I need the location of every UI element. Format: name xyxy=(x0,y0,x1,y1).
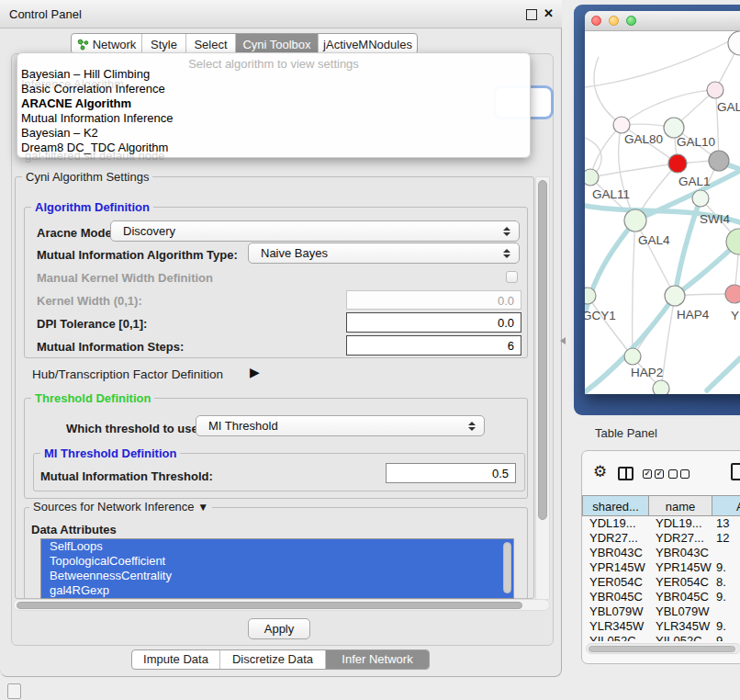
cell: YIL052C xyxy=(589,634,636,641)
manual-kernel-width-checkbox[interactable] xyxy=(506,271,518,283)
attribute-item[interactable]: TopologicalCoefficient xyxy=(41,554,513,569)
file-icon[interactable] xyxy=(731,463,740,480)
tab-select[interactable]: Select xyxy=(185,34,235,54)
node[interactable] xyxy=(624,348,641,365)
cyni-settings-group-label: Cyni Algorithm Settings xyxy=(22,171,152,183)
tab-cyni-toolbox[interactable]: Cyni Toolbox xyxy=(235,34,318,54)
network-canvas[interactable]: GAL GAL80 GAL10 GAL1 GAL11 SWI4 GAL4 HAP… xyxy=(585,31,740,394)
node[interactable] xyxy=(624,209,646,231)
algorithm-dropdown-popup: Inference Algorithm gal-filtered.sif def… xyxy=(17,52,531,158)
attribute-item[interactable]: BetweennessCentrality xyxy=(41,569,513,583)
menu-item[interactable]: Mutual Information Inference xyxy=(21,111,173,126)
cell: 9. xyxy=(716,590,726,604)
tab-label: Style xyxy=(151,35,177,54)
mi-steps-field[interactable]: 6 xyxy=(346,335,521,356)
control-panel-titlebar[interactable]: Control Panel ✕ xyxy=(0,0,562,28)
attribute-item[interactable]: SelfLoops xyxy=(41,539,513,554)
settings-hscrollbar-track[interactable] xyxy=(13,599,550,611)
node[interactable] xyxy=(707,82,723,98)
table-hscrollbar-track[interactable] xyxy=(586,643,740,654)
node[interactable] xyxy=(728,31,740,55)
sources-group-label: Sources for Network Inference ▼ xyxy=(29,501,212,514)
mi-algorithm-type-value: Naive Bayes xyxy=(249,246,503,260)
minimized-window-icon[interactable] xyxy=(7,683,21,699)
which-threshold-label: Which threshold to use: xyxy=(66,422,202,435)
node[interactable] xyxy=(692,190,709,207)
ghost-text: Inference Algorithm xyxy=(21,77,124,91)
column-header-name[interactable]: name xyxy=(649,495,712,516)
split-columns-icon[interactable] xyxy=(618,467,633,480)
node[interactable] xyxy=(585,288,596,304)
cell: YLR345W xyxy=(589,619,644,634)
network-graph: GAL GAL80 GAL10 GAL1 GAL11 SWI4 GAL4 HAP… xyxy=(585,31,740,394)
data-attributes-list[interactable]: SelfLoops TopologicalCoefficient Between… xyxy=(40,538,514,599)
cell: YDL19... xyxy=(656,516,702,531)
settings-hscrollbar-thumb[interactable] xyxy=(17,602,522,609)
hub-expand-arrow-icon[interactable]: ▶ xyxy=(250,365,260,379)
network-window-titlebar[interactable] xyxy=(585,11,740,31)
deselect-all-icon[interactable] xyxy=(668,469,690,479)
node[interactable] xyxy=(709,151,729,171)
float-window-icon[interactable] xyxy=(526,9,537,20)
node[interactable] xyxy=(613,117,630,133)
table-panel-window: ⚙ ✓✓ shared... name A YDL19...YDL19...13… xyxy=(581,450,740,664)
cell: YPR145W xyxy=(589,560,645,575)
close-traffic-light[interactable] xyxy=(591,16,601,26)
combo-arrows-icon xyxy=(503,249,510,258)
cell: 9. xyxy=(716,619,726,634)
menu-item[interactable]: Bayesian – K2 xyxy=(21,126,98,141)
node-label: GAL4 xyxy=(638,233,670,247)
node[interactable] xyxy=(585,169,599,186)
tab-style[interactable]: Style xyxy=(141,34,185,54)
tab-discretize-data[interactable]: Discretize Data xyxy=(219,650,325,670)
cell: YBR043C xyxy=(589,546,643,560)
kernel-width-label: Kernel Width (0,1): xyxy=(37,294,142,308)
settings-vscrollbar-track[interactable] xyxy=(535,176,550,600)
menu-item-selected[interactable]: ARACNE Algorithm xyxy=(21,96,131,111)
aracne-mode-select[interactable]: Discovery xyxy=(110,220,520,242)
network-view-window[interactable]: GAL GAL80 GAL10 GAL1 GAL11 SWI4 GAL4 HAP… xyxy=(585,11,740,394)
cell: YDR27... xyxy=(589,531,638,546)
table-rows-viewport[interactable]: YDL19...YDL19...13 YDR27...YDR27...12 YB… xyxy=(582,516,740,641)
node-selected[interactable] xyxy=(668,154,687,173)
which-threshold-value: MI Threshold xyxy=(196,419,468,433)
mi-algorithm-type-select[interactable]: Naive Bayes xyxy=(248,243,520,264)
node[interactable] xyxy=(665,286,685,306)
which-threshold-select[interactable]: MI Threshold xyxy=(196,415,485,436)
splitter-collapse-arrow[interactable] xyxy=(560,337,566,344)
settings-vscrollbar-thumb[interactable] xyxy=(538,180,547,520)
select-all-icon[interactable]: ✓✓ xyxy=(643,469,664,479)
gear-icon[interactable]: ⚙ xyxy=(593,464,607,480)
node[interactable] xyxy=(653,380,669,394)
tab-infer-network[interactable]: Infer Network xyxy=(325,650,429,670)
tab-label: Cyni Toolbox xyxy=(242,35,310,54)
list-scrollbar-thumb[interactable] xyxy=(503,542,511,593)
tab-label: jActiveMNodules xyxy=(323,35,412,54)
mi-threshold-field[interactable]: 0.5 xyxy=(386,463,516,483)
minimize-traffic-light[interactable] xyxy=(609,16,619,26)
tab-impute-data[interactable]: Impute Data xyxy=(132,650,219,670)
column-header-partial[interactable]: A xyxy=(712,495,740,516)
zoom-traffic-light[interactable] xyxy=(626,16,636,26)
sources-collapse-arrow-icon[interactable]: ▼ xyxy=(197,501,208,514)
cell: YIL052C xyxy=(656,634,702,641)
sources-title: Sources for Network Inference xyxy=(33,500,195,514)
tab-jactivemnodules[interactable]: jActiveMNodules xyxy=(318,34,417,54)
apply-button[interactable]: Apply xyxy=(248,618,310,639)
column-header-shared-name[interactable]: shared... xyxy=(582,495,649,516)
close-icon[interactable]: ✕ xyxy=(544,6,554,20)
cell: YER054C xyxy=(589,575,643,590)
screen: Control Panel ✕ Network Style Select Cyn… xyxy=(0,0,740,700)
dpi-tolerance-field[interactable]: 0.0 xyxy=(346,312,521,333)
node-label: GAL10 xyxy=(677,135,715,149)
attribute-item[interactable]: gal4RGexp xyxy=(41,583,513,598)
node-label: GAL11 xyxy=(592,187,630,201)
tab-network[interactable]: Network xyxy=(72,34,141,54)
node[interactable] xyxy=(725,285,740,303)
table-hscrollbar-thumb[interactable] xyxy=(589,646,735,652)
kernel-width-field: 0.0 xyxy=(346,290,521,310)
tab-label: Select xyxy=(194,35,227,54)
node-labels: GAL GAL80 GAL10 GAL1 GAL11 SWI4 GAL4 HAP… xyxy=(585,100,740,379)
node-label: HAP4 xyxy=(677,308,710,322)
node-label: Y xyxy=(731,309,739,322)
